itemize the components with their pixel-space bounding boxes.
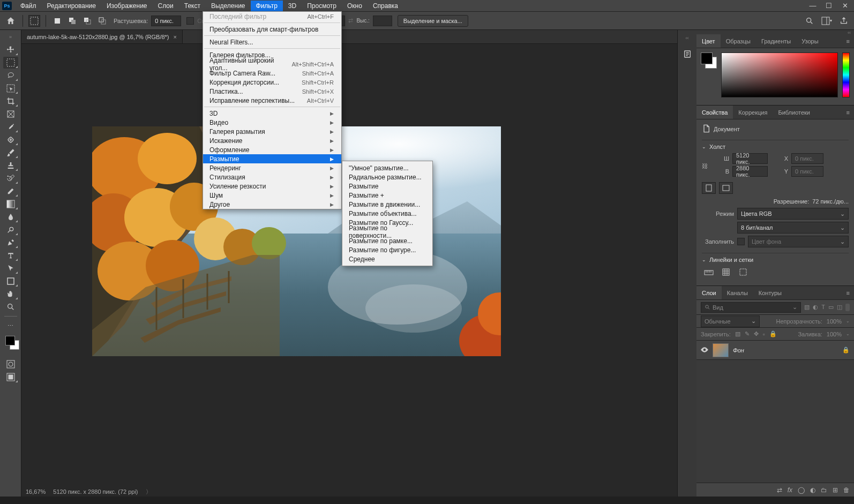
lock-pixels-icon[interactable]: ▧ [735,330,740,337]
filter-menu-item[interactable]: Размытие▶ [203,154,341,163]
subtract-selection-icon[interactable] [81,15,93,27]
move-tool[interactable] [3,44,18,56]
filter-menu-item[interactable]: Другое▶ [203,200,341,209]
document-tab[interactable]: autumn-lake-5k-aw-5120x2880.jpg @ 16,7% … [21,30,183,43]
history-panel-icon[interactable] [680,48,695,60]
frame-tool[interactable] [3,108,18,120]
blur-submenu-item[interactable]: "Умное" размытие... [342,163,432,172]
menu-text[interactable]: Текст [179,1,206,11]
height-value[interactable]: 2880 пикс. [732,166,768,177]
adjustment-icon[interactable]: ◐ [810,486,815,494]
pen-tool[interactable] [3,237,18,249]
fx-icon[interactable]: fx [788,486,792,494]
search-icon[interactable] [804,15,815,27]
fill-checkbox[interactable] [737,238,745,245]
path-select-tool[interactable] [3,262,18,274]
shape-tool[interactable] [3,275,18,287]
lock-position-icon[interactable]: ✥ [754,330,759,337]
quickmask-icon[interactable] [3,358,18,370]
filter-menu-item[interactable]: Пластика...Shift+Ctrl+X [203,87,341,96]
collapse-icon[interactable]: ‹‹ [686,35,689,41]
stamp-tool[interactable] [3,160,18,171]
fill-color-select[interactable]: Цвет фона [748,236,849,247]
marquee-tool[interactable] [3,57,18,69]
filter-menu-item[interactable]: Усиление резкости▶ [203,182,341,191]
filter-menu-item[interactable]: Коррекция дисторсии...Shift+Ctrl+R [203,78,341,87]
width-value[interactable]: 5120 пикс. [732,153,768,164]
edit-toolbar-icon[interactable]: ⋯ [3,320,18,332]
minimize-icon[interactable]: — [809,2,816,10]
tab-patterns[interactable]: Узоры [796,34,823,48]
filter-menu-item[interactable]: Преобразовать для смарт-фильтров [203,25,341,34]
opacity-value[interactable]: 100% [827,318,842,325]
tab-gradients[interactable]: Градиенты [756,34,796,48]
gradient-tool[interactable] [3,198,18,210]
filter-shape-icon[interactable]: ▭ [828,304,834,311]
filter-menu-item[interactable]: Рендеринг▶ [203,163,341,172]
guides-icon[interactable] [736,266,750,278]
filter-menu-item[interactable]: Оформление▶ [203,145,341,154]
status-chevron-icon[interactable]: 〉 [146,488,152,496]
rulers-section-header[interactable]: ⌄Линейки и сетки [702,257,849,263]
feather-input[interactable] [151,16,181,26]
filter-menu-item[interactable]: Видео▶ [203,118,341,127]
foreground-color-swatch[interactable] [5,336,15,345]
heal-tool[interactable] [3,134,18,146]
tab-layers[interactable]: Слои [696,286,722,299]
screen-mode-icon[interactable] [3,371,18,383]
menu-3d[interactable]: 3D [283,1,302,11]
link-layers-icon[interactable]: ⇄ [777,486,782,494]
panel-menu-icon[interactable]: ≡ [842,290,854,296]
filter-adjust-icon[interactable]: ◐ [813,304,818,311]
grid-icon[interactable] [719,266,733,278]
panel-menu-icon[interactable]: ≡ [842,38,854,44]
blur-submenu-item[interactable]: Размытие в движении... [342,200,432,209]
menu-select[interactable]: Выделение [206,1,251,11]
filter-menu-item[interactable]: Стилизация▶ [203,172,341,182]
menu-file[interactable]: Файл [15,1,42,11]
hand-tool[interactable] [3,288,18,300]
blur-submenu-item[interactable]: Размытие по поверхности... [342,227,432,236]
layer-filter-select[interactable]: Вид ⌄ [701,302,801,313]
tab-channels[interactable]: Каналы [722,286,753,299]
filter-menu-item[interactable]: Галерея размытия▶ [203,127,341,136]
blur-submenu-item[interactable]: Размытие объектива... [342,209,432,218]
new-layer-icon[interactable]: ⊞ [833,486,838,494]
eyedropper-tool[interactable] [3,121,18,133]
close-icon[interactable]: ✕ [841,2,849,10]
lasso-tool[interactable] [3,70,18,81]
type-tool[interactable] [3,250,18,261]
swap-dims-icon[interactable]: ⇄ [348,17,353,24]
menu-help[interactable]: Справка [368,1,403,11]
menu-image[interactable]: Изображение [101,1,153,11]
delete-layer-icon[interactable]: 🗑 [843,486,850,494]
blur-submenu-item[interactable]: Размытие по фигуре... [342,245,432,254]
panel-collapse-icon[interactable]: ‹‹ [696,30,854,34]
tab-properties[interactable]: Свойства [696,106,733,119]
layer-lock-icon[interactable]: 🔒 [842,347,850,353]
fg-color-swatch[interactable] [701,52,713,64]
blur-submenu-item[interactable]: Радиальное размытие... [342,172,432,182]
dodge-tool[interactable] [3,224,18,236]
menu-filter[interactable]: Фильтр [251,1,283,11]
link-dims-icon[interactable]: ⛓ [702,163,708,169]
group-icon[interactable]: 🗀 [821,486,827,494]
tab-libraries[interactable]: Библиотеки [773,106,815,119]
hue-slider[interactable] [842,52,850,97]
fill-value[interactable]: 100% [827,331,842,337]
object-select-tool[interactable] [3,82,18,94]
tab-color[interactable]: Цвет [696,34,721,48]
marquee-tool-indicator[interactable] [28,15,40,27]
filter-menu-item[interactable]: Шум▶ [203,191,341,200]
menu-edit[interactable]: Редактирование [42,1,101,11]
tools-expand-icon[interactable]: » [9,34,12,40]
blur-submenu-item[interactable]: Среднее [342,254,432,264]
visibility-icon[interactable] [701,347,708,353]
select-and-mask-button[interactable]: Выделение и маска... [398,15,468,27]
blend-mode-select[interactable]: Обычные [701,315,760,327]
maximize-icon[interactable]: ☐ [825,2,833,10]
filter-type-icon[interactable]: T [821,304,825,311]
tab-paths[interactable]: Контуры [753,286,787,299]
canvas-section-header[interactable]: ⌄Холст [702,144,849,150]
filter-menu-item[interactable]: Искажение▶ [203,136,341,145]
